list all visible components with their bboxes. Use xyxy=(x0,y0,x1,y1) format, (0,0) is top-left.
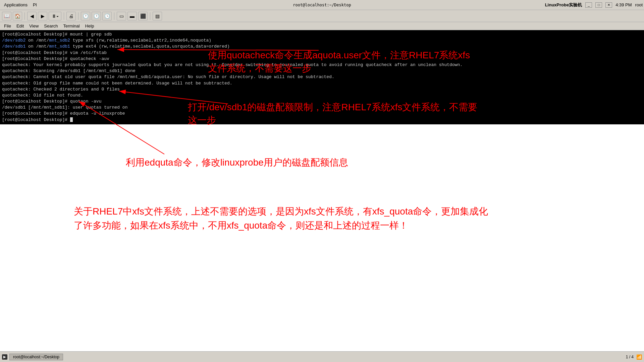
toolbar-back-btn[interactable]: ◀ xyxy=(27,12,37,20)
lab-name: LinuxProbe实验机 xyxy=(545,2,582,8)
taskbar-terminal-label: root@localhost:~/Desktop xyxy=(13,355,59,359)
menu-terminal[interactable]: Terminal xyxy=(61,23,83,29)
toolbar-print-btn[interactable]: 🖨 xyxy=(66,12,76,20)
toolbar-layout1-btn[interactable]: ▭ xyxy=(117,12,126,20)
toolbar-home-btn[interactable]: 🏠 xyxy=(13,12,22,20)
toolbar: 📖 🏠 ◀ ▶ ⏸▾ 🖨 🕐 🕑 🕒 ▭ ▬ ⬛ ▤ xyxy=(0,10,644,22)
taskbar-icon-wifi: 📶 xyxy=(636,354,642,360)
menu-edit[interactable]: Edit xyxy=(14,23,26,29)
toolbar-sep5 xyxy=(150,12,150,20)
taskbar-icon: ▶ xyxy=(2,354,7,360)
taskbar: ▶ root@localhost:~/Desktop 1 / 4 📶 xyxy=(0,351,644,362)
toolbar-pause-dropdown-btn[interactable]: ⏸▾ xyxy=(49,12,61,20)
toolbar-layout2-btn[interactable]: ▬ xyxy=(127,12,137,20)
window-minimize[interactable]: _ xyxy=(585,2,592,8)
toolbar-hist3-btn[interactable]: 🕒 xyxy=(102,12,112,20)
toolbar-layout3-btn[interactable]: ⬛ xyxy=(138,12,148,20)
toolbar-book-btn[interactable]: 📖 xyxy=(2,12,11,20)
toolbar-layout4-btn[interactable]: ▤ xyxy=(153,12,162,20)
toolbar-forward-btn[interactable]: ▶ xyxy=(38,12,47,20)
toolbar-hist1-btn[interactable]: 🕐 xyxy=(81,12,90,20)
terminal-line-2: /dev/sdb2 on /mnt/mnt_sdb2 type xfs (rw,… xyxy=(2,38,642,44)
terminal-line-10: quotacheck: Checked 2 directories and 0 … xyxy=(2,86,642,93)
clock: 4:39 PM xyxy=(615,2,632,7)
window-close[interactable]: ✕ xyxy=(605,2,612,8)
window-title: root@localhost:~/Desktop xyxy=(293,3,351,7)
menu-search[interactable]: Search xyxy=(41,23,60,29)
menu-view[interactable]: View xyxy=(26,23,41,29)
app-menubar: File Edit View Search Terminal Help xyxy=(0,22,644,30)
annotation-xfs-info: 关于RHEL7中xfs文件系统，上述不需要的选项，是因为xfs文件系统，有xfs… xyxy=(74,204,488,233)
top-menubar: Applications Pl root@localhost:~/Desktop… xyxy=(0,0,644,10)
window-maximize[interactable]: □ xyxy=(595,2,602,8)
menu-file[interactable]: File xyxy=(1,23,14,29)
terminal-line-9: quotacheck: Old group file name could no… xyxy=(2,80,642,86)
terminal-line-1: [root@localhost Desktop]# mount | grep s… xyxy=(2,32,642,38)
toolbar-sep2 xyxy=(64,12,64,20)
toolbar-hist2-btn[interactable]: 🕑 xyxy=(92,12,101,20)
annotation-edquota: 利用edquta命令，修改linuxprobe用户的磁盘配额信息 xyxy=(126,156,348,169)
annotation-quotaon: 打开/dev/sdb1的磁盘配额限制，注意RHEL7系统xfs文件系统，不需要这… xyxy=(188,101,477,127)
taskbar-terminal-btn[interactable]: root@localhost:~/Desktop xyxy=(9,354,63,360)
toolbar-sep3 xyxy=(78,12,78,20)
toolbar-sep1 xyxy=(24,12,25,20)
annotation-quotacheck: 使用quotacheck命令生成aquota.user文件，注意RHEL7系统x… xyxy=(208,49,470,75)
user-label: root xyxy=(635,2,643,7)
places-menu[interactable]: Pl xyxy=(30,2,40,8)
main-content: [root@localhost Desktop]# mount | grep s… xyxy=(0,30,644,351)
terminal-line-8: quotacheck: Cannot stat old user quota f… xyxy=(2,74,642,80)
toolbar-sep4 xyxy=(114,12,114,20)
terminal-line-11: quotacheck: Old file not found. xyxy=(2,93,642,99)
menu-help[interactable]: Help xyxy=(83,23,97,29)
applications-menu[interactable]: Applications xyxy=(1,2,30,8)
page-info: 1 / 4 xyxy=(626,355,634,359)
